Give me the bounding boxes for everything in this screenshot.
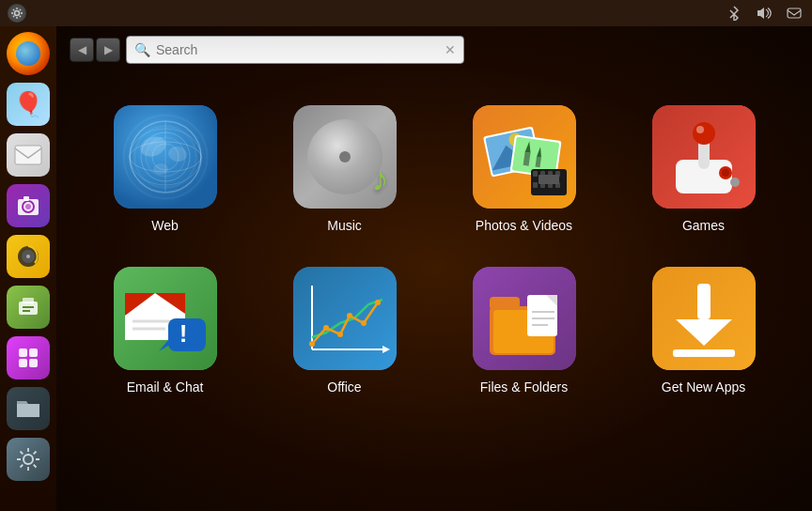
photos-icon [473,105,576,209]
sidebar-item-system[interactable] [5,436,52,483]
svg-point-25 [166,145,187,163]
volume-icon[interactable] [754,3,774,23]
svg-point-51 [693,122,715,145]
sidebar-item-shotwell[interactable] [5,182,52,229]
svg-rect-13 [29,348,38,357]
bluetooth-icon[interactable] [724,3,744,23]
sidebar-item-appmanager[interactable] [5,334,52,381]
svg-point-75 [375,300,381,305]
files-label: Files & Folders [480,379,568,395]
app-item-files[interactable]: Files & Folders [434,252,614,413]
svg-rect-66 [293,267,397,370]
files-icon [473,267,576,370]
app-item-games[interactable]: Games [614,90,793,252]
main-content: ◀ ▶ 🔍 ✕ [56,26,812,511]
sidebar-item-firefox[interactable] [5,30,52,77]
web-icon [114,105,217,209]
sidebar-item-balloon[interactable]: 🎈 [5,81,52,128]
search-input-wrapper[interactable]: 🔍 ✕ [126,36,464,64]
svg-point-72 [337,332,343,337]
svg-rect-47 [539,175,559,184]
svg-rect-88 [673,349,735,357]
svg-point-20 [152,144,179,170]
svg-point-73 [347,313,352,318]
getnew-icon [652,267,756,370]
svg-point-21 [130,142,201,172]
svg-rect-12 [19,348,27,357]
svg-rect-15 [29,359,38,367]
games-icon [652,105,756,209]
svg-point-19 [141,132,190,181]
nav-buttons: ◀ ▶ [70,38,120,62]
svg-rect-14 [19,359,27,367]
music-label: Music [327,218,362,233]
svg-point-18 [130,121,201,193]
sidebar-item-files[interactable] [5,385,52,432]
email-icon: ! [114,267,217,370]
svg-point-26 [153,163,168,175]
music-icon: ♪ [293,105,397,209]
search-input[interactable] [156,42,439,57]
search-clear-icon[interactable]: ✕ [445,42,456,57]
search-bar-area: ◀ ▶ 🔍 ✕ [56,26,812,71]
svg-point-9 [26,255,30,258]
office-label: Office [327,379,361,395]
svg-point-71 [323,325,329,331]
app-grid: Web ♪ Music [56,71,812,511]
svg-point-16 [23,455,33,464]
email-label: Email & Chat [127,379,204,395]
app-item-email[interactable]: ! Email & Chat [75,252,255,413]
back-button[interactable]: ◀ [70,38,94,62]
svg-rect-6 [23,196,29,201]
top-panel-right [724,3,804,23]
getnew-label: Get New Apps [662,379,746,395]
top-panel-left [8,4,26,23]
svg-point-52 [696,126,704,133]
sidebar-item-rhythmbox[interactable] [5,233,52,280]
svg-rect-11 [23,298,34,303]
svg-point-74 [361,320,367,326]
system-menu-icon[interactable] [8,4,26,23]
sidebar-item-manager[interactable] [5,284,52,331]
svg-point-5 [25,204,31,209]
app-item-getnew[interactable]: Get New Apps [614,252,793,413]
svg-rect-43 [533,182,538,188]
svg-point-24 [137,133,168,160]
app-item-music[interactable]: ♪ Music [255,90,434,252]
games-label: Games [682,218,725,233]
svg-point-54 [722,169,729,177]
app-item-photos[interactable]: Photos & Videos [434,90,614,252]
svg-rect-17 [114,105,217,209]
mail-notification-icon[interactable] [784,3,804,23]
office-icon [293,267,397,370]
svg-point-22 [130,129,201,185]
svg-point-70 [309,341,315,347]
photos-label: Photos & Videos [476,218,572,233]
forward-button[interactable]: ▶ [96,38,120,62]
sidebar-item-mail[interactable] [5,132,52,178]
svg-point-55 [730,178,740,187]
top-panel [0,0,812,26]
svg-text:!: ! [179,319,187,348]
app-item-office[interactable]: Office [255,252,434,413]
svg-rect-78 [490,297,520,310]
svg-point-0 [15,11,20,16]
sidebar: 🎈 [0,26,56,511]
svg-rect-86 [697,284,710,319]
svg-rect-1 [788,8,801,18]
search-magnifier-icon: 🔍 [134,42,150,57]
svg-rect-2 [15,146,41,164]
app-item-web[interactable]: Web [75,90,255,252]
web-label: Web [151,218,179,233]
svg-rect-39 [533,171,538,177]
